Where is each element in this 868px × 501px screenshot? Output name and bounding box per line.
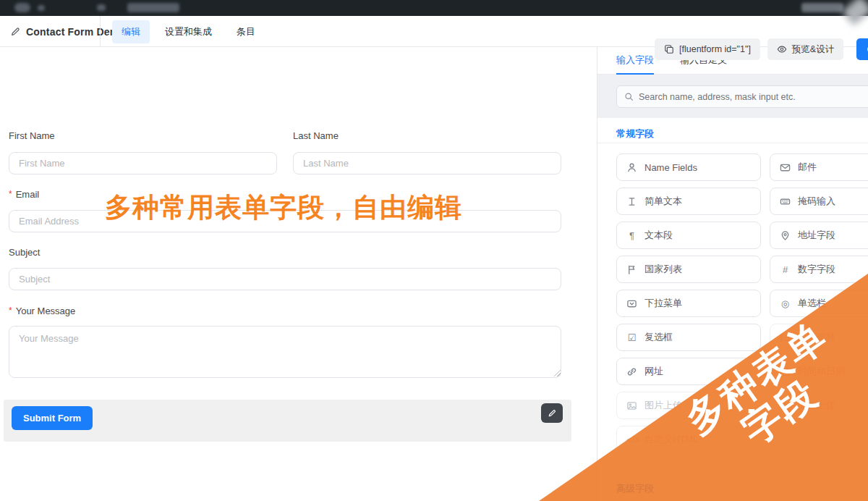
field-button-flag[interactable]: 国家列表	[616, 256, 761, 283]
field-button-label: Name Fields	[644, 162, 697, 173]
copy-icon	[664, 44, 674, 54]
preview-design-button[interactable]: 预览&设计	[767, 38, 843, 60]
dropdown-icon	[626, 298, 637, 309]
field-button-dropdown[interactable]: 下拉菜单	[616, 290, 761, 317]
promo-headline: 多种常用表单字段，自由编辑	[105, 190, 462, 226]
section-divider	[597, 143, 868, 143]
field-label-subject: Subject	[9, 247, 40, 258]
field-button-mail[interactable]: 邮件	[770, 153, 868, 181]
search-strip	[597, 75, 868, 118]
field-button-label: 文本段	[644, 229, 673, 242]
image-icon	[626, 400, 637, 411]
field-button-hash[interactable]: #数字字段	[770, 256, 868, 283]
header-actions: [fluentform id="1"] 预览&设计 Save Form	[655, 38, 868, 60]
shortcode-copy-button[interactable]: [fluentform id="1"]	[655, 38, 760, 60]
submit-form-button[interactable]: Submit Form	[12, 406, 93, 430]
checkbox-icon: ☑	[626, 332, 637, 343]
search-icon	[624, 92, 634, 101]
mail-icon	[780, 162, 791, 173]
section-title-general-fields: 常规字段	[616, 127, 654, 140]
field-search-input[interactable]	[639, 92, 868, 102]
pencil-icon	[548, 409, 556, 418]
field-button-label: 国家列表	[644, 263, 682, 276]
field-label-message: Your Message	[9, 306, 75, 316]
editor-tabs: 编辑设置和集成条目	[100, 16, 265, 47]
field-button-map-pin[interactable]: 地址字段	[770, 222, 868, 249]
editor-header: Contact Form Demo 编辑设置和集成条目 [fluentform …	[0, 16, 868, 47]
field-label-email: Email	[9, 189, 39, 200]
submit-row: Submit Form	[4, 400, 571, 442]
field-label-first-name: First Name	[9, 130, 55, 141]
admin-bar-account-blurred	[801, 3, 843, 12]
field-button-label: 复选框	[644, 331, 673, 344]
textarea-resize-handle[interactable]	[553, 369, 561, 376]
wp-admin-bar	[0, 0, 868, 16]
form-canvas: First Name Last Name Email Subject Your …	[0, 47, 597, 501]
field-button-user[interactable]: Name Fields	[616, 153, 761, 181]
edit-title-icon[interactable]	[10, 27, 20, 37]
first-name-input[interactable]	[9, 152, 277, 174]
field-button-label: 邮件	[798, 161, 817, 174]
field-button-label: 网址	[644, 365, 663, 378]
eye-icon	[777, 44, 787, 54]
last-name-input[interactable]	[293, 152, 561, 174]
save-form-button[interactable]: Save Form	[856, 38, 868, 60]
message-textarea[interactable]	[9, 326, 561, 378]
flag-icon	[626, 264, 637, 275]
preview-design-label: 预览&设计	[792, 43, 834, 56]
text-cursor-icon	[626, 196, 637, 207]
shortcode-label: [fluentform id="1"]	[679, 44, 751, 54]
admin-bar-item-blurred	[97, 4, 106, 11]
field-button-checkbox[interactable]: ☑复选框	[616, 324, 761, 351]
admin-bar-item-blurred	[127, 3, 179, 12]
field-button-label: 地址字段	[798, 229, 835, 242]
field-label-last-name: Last Name	[293, 130, 339, 141]
fluent-forms-editor: Contact Form Demo 编辑设置和集成条目 [fluentform …	[0, 0, 868, 501]
admin-bar-item-blurred	[38, 5, 45, 11]
wp-logo-blurred	[14, 3, 30, 12]
field-button-label: 掩码输入	[798, 195, 835, 208]
field-search-box[interactable]	[616, 85, 868, 108]
field-button-pilcrow[interactable]: ¶文本段	[616, 222, 761, 249]
field-button-text-cursor[interactable]: 简单文本	[616, 188, 761, 215]
mask-input-icon	[780, 196, 791, 207]
sidebar-tab-input-fields[interactable]: 输入字段	[616, 47, 654, 75]
edit-submit-button[interactable]	[541, 403, 563, 423]
pilcrow-icon: ¶	[626, 230, 637, 241]
map-pin-icon	[780, 230, 791, 241]
field-button-label: 简单文本	[644, 195, 682, 208]
user-icon	[626, 162, 637, 173]
hash-icon: #	[780, 264, 791, 275]
tab-settings-integrations[interactable]: 设置和集成	[156, 20, 221, 43]
link-icon	[626, 366, 637, 377]
field-button-label: 数字字段	[798, 263, 835, 276]
field-button-mask-input[interactable]: 掩码输入	[770, 188, 868, 215]
subject-input[interactable]	[9, 268, 561, 290]
tab-edit[interactable]: 编辑	[112, 20, 150, 43]
tab-entries[interactable]: 条目	[227, 20, 265, 43]
radio-icon: ◎	[780, 298, 791, 309]
field-button-label: 下拉菜单	[644, 297, 682, 310]
